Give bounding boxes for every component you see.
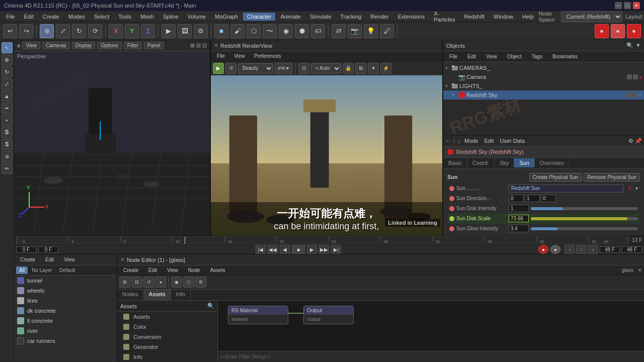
- connect-btn[interactable]: ⇄: [332, 24, 346, 38]
- filter-icon[interactable]: ▼: [635, 42, 641, 49]
- asset-assets[interactable]: Assets: [117, 312, 217, 322]
- ne-btn6[interactable]: ⬡: [183, 277, 194, 288]
- asset-conversion[interactable]: Conversion: [117, 332, 217, 342]
- left-tool-paint[interactable]: ✏: [2, 163, 13, 174]
- vp-menu-filter[interactable]: Filter: [124, 42, 142, 49]
- menu-edit[interactable]: Edit: [20, 13, 38, 21]
- userdata-label[interactable]: User Data: [500, 138, 525, 144]
- obj-tires[interactable]: tires: [14, 296, 117, 306]
- key3-btn[interactable]: ⬦: [588, 245, 598, 254]
- menu-mesh[interactable]: Mesh: [136, 13, 158, 21]
- menu-simulate[interactable]: Simulate: [306, 13, 336, 21]
- rv-menu-preferences[interactable]: Preferences: [250, 52, 285, 60]
- paint-btn[interactable]: 🖌: [230, 24, 245, 38]
- props-up-btn[interactable]: ↑: [453, 138, 456, 144]
- jump-end-btn[interactable]: ▶|: [331, 245, 341, 254]
- sky-render[interactable]: [632, 93, 637, 98]
- tab-sky[interactable]: Sky: [495, 158, 514, 167]
- record-btn[interactable]: ●: [538, 245, 548, 254]
- rv-marker-btn[interactable]: ✦: [368, 63, 379, 74]
- menu-spline[interactable]: Spline: [159, 13, 183, 21]
- vp-menu-display[interactable]: Display: [72, 42, 96, 49]
- sun-link-arr[interactable]: ▾: [635, 186, 638, 191]
- asset-color[interactable]: Color: [117, 322, 217, 332]
- autokey-btn[interactable]: ●: [550, 245, 560, 254]
- disk-scale-slider[interactable]: [531, 217, 638, 220]
- rv-auto-dropdown[interactable]: < Auto >: [311, 63, 341, 73]
- dir-z-input[interactable]: [541, 195, 556, 202]
- perspective-canvas[interactable]: Perspective RRG素材: [14, 51, 210, 236]
- menu-animate[interactable]: Animate: [276, 13, 304, 21]
- rotate-tool-btn[interactable]: ↻: [72, 24, 86, 38]
- search-icon[interactable]: 🔍: [626, 42, 633, 49]
- node-output[interactable]: Output Output: [303, 306, 354, 324]
- ne-menu-assets[interactable]: Assets: [206, 266, 229, 274]
- menu-window[interactable]: Window: [490, 13, 517, 21]
- rv-grid-btn[interactable]: ⊞: [355, 63, 366, 74]
- ne-tab-info[interactable]: Info: [171, 290, 191, 300]
- y-axis-btn[interactable]: Y: [125, 24, 139, 38]
- x-axis-btn[interactable]: X: [109, 24, 123, 38]
- rv-menu-view[interactable]: View: [230, 52, 249, 60]
- current-frame-input[interactable]: [38, 246, 58, 253]
- maximize-btn[interactable]: □: [624, 2, 631, 9]
- menu-tracking[interactable]: Tracking: [337, 13, 366, 21]
- light-btn[interactable]: 💡: [364, 24, 378, 38]
- disk-scale-input[interactable]: [509, 215, 529, 222]
- rs-btn3[interactable]: ●: [627, 24, 641, 38]
- dir-y-input[interactable]: [525, 195, 540, 202]
- camera-vis[interactable]: [627, 74, 632, 79]
- node-canvas[interactable]: <<Enter Filter String>> RS Material Mate…: [218, 301, 644, 362]
- menu-volume[interactable]: Volume: [184, 13, 210, 21]
- key2-btn[interactable]: ⬦: [576, 245, 586, 254]
- vp-menu-panel[interactable]: Panel: [144, 42, 164, 49]
- alt-end-frame-input[interactable]: [622, 246, 642, 253]
- vp-menu-cameras[interactable]: Cameras: [42, 42, 70, 49]
- step-fwd-btn[interactable]: ▶▶: [319, 245, 329, 254]
- obj-menu-bookmarks[interactable]: Bookmarks: [548, 53, 582, 60]
- obj-menu-object[interactable]: Object: [503, 53, 526, 60]
- ne-tab-assets[interactable]: Assets: [144, 290, 171, 300]
- play-back-btn[interactable]: ◀: [280, 245, 290, 254]
- material-btn[interactable]: ◉: [279, 24, 293, 38]
- menu-help[interactable]: Help: [518, 13, 538, 21]
- rv-ipr-btn[interactable]: IPR▼: [275, 63, 293, 74]
- props-settings[interactable]: ⚙: [628, 138, 633, 144]
- tree-item-cameras[interactable]: ▾ CAMERAS_ ··: [443, 63, 644, 72]
- camera-btn[interactable]: 📷: [348, 24, 362, 38]
- key-btn[interactable]: ⬦: [565, 245, 575, 254]
- ne-menu-node[interactable]: Node: [184, 266, 204, 274]
- menu-modes[interactable]: Modes: [64, 13, 89, 21]
- z-axis-btn[interactable]: Z: [141, 24, 155, 38]
- deform-btn[interactable]: 〜: [263, 24, 277, 38]
- tree-item-camera[interactable]: 📷 Camera ●: [443, 72, 644, 81]
- left-tool-s[interactable]: S: [2, 127, 13, 138]
- stop-btn[interactable]: ■: [292, 245, 305, 254]
- left-tool-scale[interactable]: ⤢: [2, 78, 13, 89]
- disk-int-slider[interactable]: [531, 207, 638, 210]
- obj-menu-tags[interactable]: Tags: [528, 53, 546, 60]
- props-back-btn[interactable]: ←: [445, 138, 451, 144]
- transform-btn[interactable]: ⟳: [88, 24, 102, 38]
- tree-item-lights[interactable]: ▾ LIGHTS_ ··: [443, 81, 644, 90]
- menu-xparticles[interactable]: X-Particles: [430, 10, 459, 24]
- vp-menu-view[interactable]: View: [22, 42, 40, 49]
- obj-ltconcrete[interactable]: lt concrete: [14, 316, 117, 326]
- assets-search-btn[interactable]: 🔍: [207, 303, 214, 309]
- tag-btn[interactable]: 🏷: [311, 24, 325, 38]
- rv-compare-btn[interactable]: ⚡: [380, 63, 391, 74]
- step-back-btn[interactable]: ◀◀: [268, 245, 278, 254]
- render-settings-btn[interactable]: ⚙: [194, 24, 208, 38]
- jump-start-btn[interactable]: |◀: [256, 245, 266, 254]
- camera-render[interactable]: [633, 74, 638, 79]
- disk-int-input[interactable]: [509, 205, 529, 212]
- menu-create[interactable]: Create: [39, 13, 63, 21]
- rv-crop-btn[interactable]: ⊡: [298, 63, 309, 74]
- props-pin[interactable]: 📌: [635, 138, 642, 144]
- rs-btn2[interactable]: ●: [611, 24, 625, 38]
- ne-btn7[interactable]: ⚙: [195, 277, 206, 288]
- sun-link-del[interactable]: ✕: [627, 185, 632, 192]
- ne-btn1[interactable]: ⊞: [119, 277, 130, 288]
- left-tool-s2[interactable]: S: [2, 139, 13, 150]
- rv-close-btn[interactable]: ✕: [214, 42, 218, 49]
